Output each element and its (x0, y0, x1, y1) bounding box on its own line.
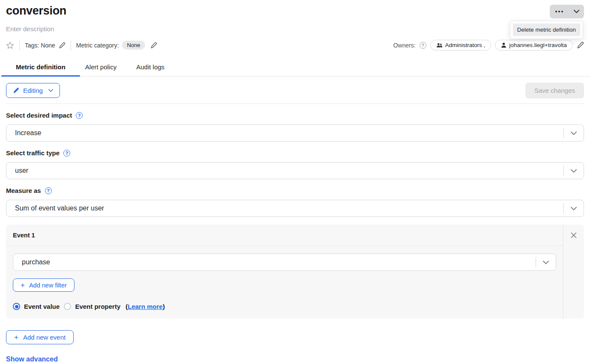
edit-category-button[interactable] (150, 42, 157, 49)
more-actions-button[interactable] (550, 5, 569, 18)
traffic-type-label: Select traffic type (6, 149, 60, 157)
desired-impact-help-icon[interactable]: ? (76, 112, 83, 119)
radio-event-property[interactable]: Event property (64, 303, 120, 310)
chevron-down-icon[interactable] (536, 260, 556, 264)
paren-close: ) (163, 303, 165, 310)
plus-icon: + (14, 334, 18, 341)
measure-mode-radio-group: Event value Event property (Learn more) (13, 303, 556, 310)
owner-name: johannes.liegl+travolta (509, 42, 567, 48)
owner-pill-administrators[interactable]: Administrators , (430, 40, 492, 50)
plus-icon: + (21, 281, 25, 289)
field-measure-as: Measure as ? Sum of event values per use… (6, 187, 584, 217)
measure-as-select[interactable]: Sum of event values per user (6, 200, 584, 217)
field-label-row: Measure as ? (6, 187, 584, 194)
event-card: Event 1 purchase + Add new filter (6, 225, 584, 319)
owners-label: Owners: (393, 42, 415, 49)
pencil-icon (150, 42, 157, 49)
field-traffic-type: Select traffic type ? user (6, 149, 584, 179)
select-value: Sum of event values per user (6, 204, 563, 212)
traffic-type-select[interactable]: user (6, 162, 584, 179)
learn-more-wrap: (Learn more) (125, 303, 165, 310)
select-value: purchase (13, 258, 536, 266)
tags-field: Tags: None (25, 42, 66, 49)
learn-more-link[interactable]: Learn more (128, 303, 163, 310)
radio-label: Event value (24, 303, 60, 310)
add-filter-label: Add new filter (29, 282, 67, 289)
editing-label: Editing (23, 87, 43, 94)
page-title: conversion (6, 4, 66, 18)
radio-event-value[interactable]: Event value (13, 303, 60, 310)
add-event-button[interactable]: + Add new event (6, 330, 74, 344)
favorite-star-button[interactable] (6, 41, 14, 49)
event-title: Event 1 (13, 232, 35, 239)
field-label-row: Select traffic type ? (6, 149, 584, 157)
owner-pill-user[interactable]: johannes.liegl+travolta (495, 40, 573, 50)
tab-alert-policy[interactable]: Alert policy (75, 60, 126, 76)
field-label-row: Select desired impact ? (6, 112, 584, 119)
radio-unselected-icon (64, 303, 71, 310)
event-card-side (563, 225, 584, 319)
event-card-main: Event 1 purchase + Add new filter (6, 225, 563, 319)
editing-mode-button[interactable]: Editing (6, 83, 60, 98)
show-advanced-link[interactable]: Show advanced (6, 355, 58, 363)
owner-name: Administrators , (445, 42, 486, 48)
metric-definition-page: conversion Delete metric definition Ente… (0, 0, 590, 364)
chevron-down-icon (48, 89, 53, 92)
field-desired-impact: Select desired impact ? Increase (6, 112, 584, 142)
add-filter-button[interactable]: + Add new filter (13, 278, 74, 292)
tab-audit-logs[interactable]: Audit logs (126, 60, 174, 76)
ellipsis-icon (555, 11, 563, 12)
meta-row: Tags: None Metric category: None Owners:… (6, 40, 584, 50)
close-icon (571, 232, 577, 238)
chevron-down-icon[interactable] (564, 169, 584, 173)
pencil-filled-icon (13, 87, 19, 94)
event-card-header: Event 1 (6, 225, 563, 246)
edit-toolbar: Editing Save changes (6, 83, 584, 98)
edit-owners-button[interactable] (577, 41, 584, 49)
measure-as-label: Measure as (6, 187, 41, 194)
group-icon (436, 43, 443, 48)
select-value: Increase (6, 129, 563, 137)
description-input[interactable]: Enter description (6, 25, 584, 33)
metric-category-badge: None (122, 41, 145, 50)
event-card-body: purchase + Add new filter Event value (6, 246, 563, 319)
person-icon (501, 42, 507, 48)
remove-event-button[interactable] (569, 231, 578, 240)
tab-bar: Metric definition Alert policy Audit log… (0, 60, 590, 77)
star-icon (6, 41, 14, 49)
header-actions: Delete metric definition (550, 4, 584, 18)
tab-metric-definition[interactable]: Metric definition (6, 60, 75, 76)
divider-horizontal (6, 104, 584, 104)
select-value: user (6, 167, 563, 175)
actions-chevron-button[interactable] (569, 5, 584, 18)
pencil-icon (577, 41, 584, 49)
radio-label: Event property (75, 303, 120, 310)
metric-category-label: Metric category: (76, 42, 119, 49)
divider-vertical (71, 40, 71, 50)
more-actions-group (550, 5, 584, 18)
menu-item-delete-metric[interactable]: Delete metric definition (513, 24, 580, 36)
desired-impact-select[interactable]: Increase (6, 124, 584, 142)
chevron-down-icon (574, 10, 579, 13)
pencil-icon (59, 42, 66, 49)
metric-category-field: Metric category: None (76, 41, 157, 50)
measure-as-help-icon[interactable]: ? (45, 187, 52, 194)
owners-help-icon[interactable]: ? (420, 42, 426, 49)
add-event-label: Add new event (23, 334, 66, 341)
owners-section: Owners: ? Administrators , johannes.lieg… (393, 40, 584, 50)
event-name-select[interactable]: purchase (13, 254, 556, 271)
divider-vertical (19, 40, 20, 50)
chevron-down-icon[interactable] (564, 207, 584, 210)
desired-impact-label: Select desired impact (6, 112, 72, 119)
page-header: conversion Delete metric definition (6, 0, 584, 18)
traffic-type-help-icon[interactable]: ? (63, 150, 70, 157)
actions-menu: Delete metric definition (510, 21, 583, 39)
chevron-down-icon[interactable] (564, 131, 584, 135)
edit-tags-button[interactable] (59, 42, 66, 49)
meta-left: Tags: None Metric category: None (6, 40, 157, 50)
radio-selected-icon (13, 303, 20, 310)
tags-label: Tags: None (25, 42, 55, 49)
save-changes-button[interactable]: Save changes (525, 83, 584, 98)
